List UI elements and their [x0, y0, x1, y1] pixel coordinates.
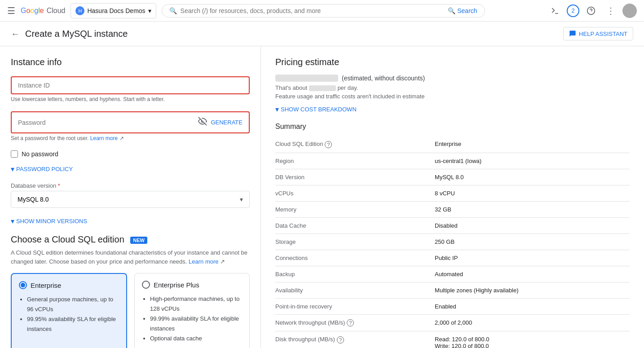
password-policy-label: PASSWORD POLICY — [16, 166, 73, 172]
password-input[interactable] — [18, 119, 194, 126]
no-password-checkbox[interactable]: No password — [11, 150, 250, 158]
password-wrapper: GENERATE — [11, 111, 250, 133]
summary-key: Availability — [275, 282, 435, 298]
edition-cards: Enterprise General purpose machines, up … — [11, 273, 250, 348]
password-learn-more[interactable]: Learn more — [90, 135, 118, 141]
summary-key: Storage — [275, 233, 435, 250]
password-hint: Set a password for the root user. Learn … — [11, 135, 250, 141]
show-cost-breakdown-button[interactable]: ▾ SHOW COST BREAKDOWN — [275, 105, 630, 114]
help-icon[interactable]: ? — [347, 319, 354, 326]
summary-key: Disk throughput (MB/s)? — [275, 331, 435, 348]
terminal-icon[interactable] — [547, 3, 563, 19]
enterprise-plus-features: High-performance machines, up to 128 vCP… — [142, 294, 242, 344]
summary-value: 8 vCPU — [435, 185, 630, 201]
summary-key: DB Version — [275, 169, 435, 185]
price-blurred-amount — [275, 75, 338, 82]
radio-selected-dot — [21, 283, 25, 287]
summary-table: Cloud SQL Edition?EnterpriseRegionus-cen… — [275, 136, 630, 348]
enterprise-features: General purpose machines, up to 96 vCPUs… — [19, 295, 119, 334]
summary-row: Cloud SQL Edition?Enterprise — [275, 136, 630, 153]
summary-row: vCPUs8 vCPU — [275, 185, 630, 201]
summary-value: Automated — [435, 266, 630, 282]
summary-key: Cloud SQL Edition? — [275, 136, 435, 153]
summary-key: Memory — [275, 201, 435, 217]
enterprise-plus-radio[interactable] — [142, 281, 150, 289]
enterprise-plus-feature-2: 99.99% availability SLA for eligible ins… — [150, 314, 242, 334]
summary-value: 2,000 of 2,000 — [435, 314, 630, 331]
summary-value: Enabled — [435, 298, 630, 314]
logo-cloud: Cloud — [47, 7, 66, 15]
enterprise-plus-feature-3: Optional data cache — [150, 334, 242, 344]
edition-desc: A Cloud SQL edition determines foundatio… — [11, 248, 250, 266]
help-icon[interactable]: ? — [337, 336, 344, 344]
help-assistant-button[interactable]: HELP ASSISTANT — [563, 27, 633, 40]
edition-section: Choose a Cloud SQL edition NEW A Cloud S… — [11, 234, 250, 348]
summary-row: Network throughput (MB/s)?2,000 of 2,000 — [275, 314, 630, 331]
help-icon[interactable]: ? — [325, 141, 332, 148]
enterprise-feature-2: 99.95% availability SLA for eligible ins… — [27, 314, 119, 334]
password-group: GENERATE Set a password for the root use… — [11, 111, 250, 141]
summary-value: 32 GB — [435, 201, 630, 217]
project-selector[interactable]: H Hasura Docs Demos ▾ — [71, 3, 156, 18]
summary-value: Multiple zones (Highly available) — [435, 282, 630, 298]
search-label: Search — [457, 7, 477, 14]
summary-value: Public IP — [435, 250, 630, 266]
edition-learn-more[interactable]: Learn more — [189, 258, 218, 265]
project-name: Hasura Docs Demos — [87, 7, 145, 14]
show-minor-versions-label: SHOW MINOR VERSIONS — [16, 218, 87, 225]
instance-info-title: Instance info — [11, 57, 250, 67]
avatar[interactable] — [622, 4, 637, 18]
summary-key: Data Cache — [275, 217, 435, 233]
summary-value: MySQL 8.0 — [435, 169, 630, 185]
project-chevron: ▾ — [148, 7, 151, 14]
no-password-label: No password — [22, 150, 58, 158]
summary-row: Data CacheDisabled — [275, 217, 630, 233]
summary-key: vCPUs — [275, 185, 435, 201]
new-badge: NEW — [130, 237, 147, 244]
instance-id-group: Use lowercase letters, numbers, and hyph… — [11, 76, 250, 102]
generate-button[interactable]: GENERATE — [211, 119, 243, 126]
search-icon-left: 🔍 — [169, 7, 177, 14]
back-button[interactable]: ← — [11, 29, 20, 39]
summary-key: Region — [275, 153, 435, 169]
enterprise-card[interactable]: Enterprise General purpose machines, up … — [11, 273, 127, 348]
db-version-label: Database version * — [11, 182, 250, 189]
instance-id-wrapper — [11, 76, 250, 94]
chevron-down-minor-icon: ▾ — [11, 217, 14, 225]
summary-row: BackupAutomated — [275, 266, 630, 282]
price-suffix: (estimated, without discounts) — [342, 75, 425, 82]
menu-icon[interactable]: ☰ — [7, 5, 15, 16]
db-version-select[interactable]: MySQL 8.0 MySQL 5.7 — [18, 196, 243, 203]
enterprise-radio[interactable] — [19, 281, 27, 289]
summary-row: ConnectionsPublic IP — [275, 250, 630, 266]
google-cloud-logo: Google Cloud — [21, 7, 65, 15]
help-icon[interactable] — [583, 3, 599, 19]
help-assistant-label: HELP ASSISTANT — [579, 31, 627, 37]
page-header-left: ← Create a MySQL instance — [11, 29, 128, 39]
per-day-blurred — [309, 85, 336, 91]
summary-value: 250 GB — [435, 233, 630, 250]
show-minor-versions-toggle[interactable]: ▾ SHOW MINOR VERSIONS — [11, 217, 250, 225]
notification-badge[interactable]: 2 — [567, 4, 579, 17]
summary-row: Regionus-central1 (Iowa) — [275, 153, 630, 169]
no-password-input[interactable] — [11, 150, 18, 158]
db-version-select-wrapper: MySQL 8.0 MySQL 5.7 ▾ — [11, 191, 250, 208]
more-icon[interactable]: ⋮ — [603, 3, 619, 19]
enterprise-plus-card[interactable]: Enterprise Plus High-performance machine… — [134, 273, 250, 348]
project-avatar: H — [75, 6, 84, 15]
main-content: Instance info Use lowercase letters, num… — [0, 46, 644, 348]
instance-id-hint: Use lowercase letters, numbers, and hyph… — [11, 96, 250, 102]
summary-key: Backup — [275, 266, 435, 282]
enterprise-card-header: Enterprise — [19, 281, 119, 289]
enterprise-name: Enterprise — [31, 282, 61, 289]
password-policy-toggle[interactable]: ▾ PASSWORD POLICY — [11, 165, 250, 173]
enterprise-feature-1: General purpose machines, up to 96 vCPUs — [27, 295, 119, 314]
enterprise-plus-feature-1: High-performance machines, up to 128 vCP… — [150, 294, 242, 314]
visibility-toggle[interactable] — [198, 117, 207, 128]
traffic-note: Feature usage and traffic costs aren't i… — [275, 93, 630, 100]
instance-id-input[interactable] — [18, 82, 243, 89]
nav-right: 2 ⋮ — [547, 3, 637, 19]
enterprise-plus-card-header: Enterprise Plus — [142, 281, 242, 289]
search-input[interactable] — [181, 7, 445, 14]
search-button[interactable]: 🔍 Search — [448, 7, 477, 14]
